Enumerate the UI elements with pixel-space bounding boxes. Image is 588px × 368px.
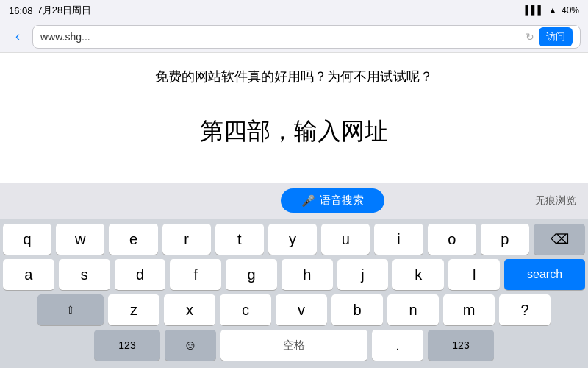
shift-key[interactable]: ⇧ xyxy=(37,294,104,325)
delete-key[interactable]: ⌫ xyxy=(534,224,585,255)
emoji-key[interactable]: ☺ xyxy=(165,330,216,361)
key-e[interactable]: e xyxy=(109,224,157,255)
key-v[interactable]: v xyxy=(276,294,327,325)
key-c[interactable]: c xyxy=(220,294,271,325)
keyboard-container: 🎤 语音搜索 无痕浏览 q w e r t y u i o p ⌫ a s d … xyxy=(0,183,588,368)
status-time: 16:08 xyxy=(9,5,33,16)
url-bar[interactable]: www.shg... ↻ 访问 xyxy=(32,25,581,49)
space-key[interactable]: 空格 xyxy=(220,330,368,361)
symbol-key-2[interactable]: 123 xyxy=(428,330,494,361)
key-t[interactable]: t xyxy=(215,224,264,255)
search-key[interactable]: search xyxy=(504,259,585,290)
key-j[interactable]: j xyxy=(337,259,389,290)
key-m[interactable]: m xyxy=(443,294,495,325)
promo-text: 免费的网站软件真的好用吗？为何不用试试呢？ xyxy=(140,60,448,93)
refresh-icon: ↻ xyxy=(526,31,534,43)
keyboard: q w e r t y u i o p ⌫ a s d f g h j k l … xyxy=(0,219,588,368)
content-area: 免费的网站软件真的好用吗？为何不用试试呢？ 第四部，输入网址 xyxy=(0,53,588,155)
voice-search-button[interactable]: 🎤 语音搜索 xyxy=(281,188,384,213)
wifi-icon: ▲ xyxy=(548,5,557,15)
voice-search-label: 语音搜索 xyxy=(320,194,364,208)
key-n[interactable]: n xyxy=(387,294,439,325)
status-date: 7月28日周日 xyxy=(37,4,92,17)
key-x[interactable]: x xyxy=(164,294,215,325)
key-w[interactable]: w xyxy=(56,224,104,255)
key-f[interactable]: f xyxy=(170,259,221,290)
key-question[interactable]: ? xyxy=(499,294,551,325)
back-button[interactable]: ‹ xyxy=(7,26,28,47)
symbol-key[interactable]: 123 xyxy=(94,330,160,361)
key-d[interactable]: d xyxy=(115,259,166,290)
part-label: 第四部，输入网址 xyxy=(200,116,388,148)
key-o[interactable]: o xyxy=(428,224,476,255)
key-period[interactable]: . xyxy=(372,330,423,361)
mic-icon: 🎤 xyxy=(301,194,315,208)
key-q[interactable]: q xyxy=(3,224,51,255)
incognito-label: 无痕浏览 xyxy=(535,194,576,208)
browser-bar: ‹ www.shg... ↻ 访问 xyxy=(0,21,588,53)
key-k[interactable]: k xyxy=(392,259,444,290)
keyboard-row-1: q w e r t y u i o p ⌫ xyxy=(3,224,585,255)
signal-icon: ▌▌▌ xyxy=(526,5,545,15)
battery-level: 40% xyxy=(562,5,579,15)
keyboard-row-4: 123 ☺ 空格 . 123 xyxy=(3,330,585,361)
voice-bar: 🎤 语音搜索 无痕浏览 xyxy=(0,183,588,219)
key-z[interactable]: z xyxy=(108,294,159,325)
url-text: www.shg... xyxy=(40,31,521,43)
key-l[interactable]: l xyxy=(448,259,500,290)
key-g[interactable]: g xyxy=(226,259,277,290)
key-r[interactable]: r xyxy=(162,224,211,255)
key-b[interactable]: b xyxy=(331,294,383,325)
key-p[interactable]: p xyxy=(481,224,529,255)
shift-icon: ⇧ xyxy=(66,304,75,316)
key-y[interactable]: y xyxy=(268,224,317,255)
key-s[interactable]: s xyxy=(59,259,110,290)
visit-button[interactable]: 访问 xyxy=(539,27,573,46)
key-h[interactable]: h xyxy=(282,259,333,290)
key-a[interactable]: a xyxy=(3,259,54,290)
keyboard-row-2: a s d f g h j k l search xyxy=(3,259,585,290)
status-bar: 16:08 7月28日周日 ▌▌▌ ▲ 40% xyxy=(0,0,588,21)
key-u[interactable]: u xyxy=(321,224,370,255)
keyboard-row-3: ⇧ z x c v b n m ? xyxy=(3,294,585,325)
key-i[interactable]: i xyxy=(374,224,423,255)
